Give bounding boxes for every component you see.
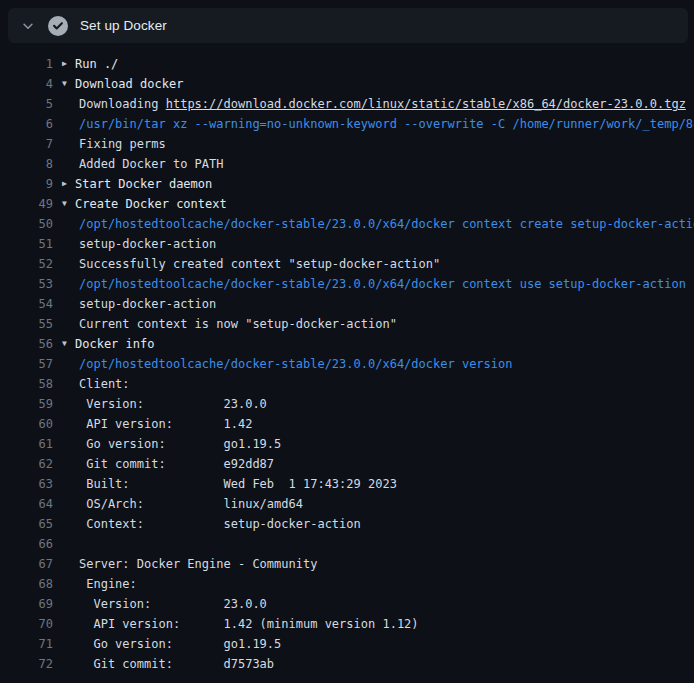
group-title: Run ./ [75, 57, 118, 71]
line-number[interactable]: 8 [0, 154, 53, 174]
log-group-toggle[interactable]: ▶Run ./ [53, 54, 694, 74]
log-line: 8Added Docker to PATH [0, 154, 694, 174]
step-title: Set up Docker [80, 18, 167, 33]
download-url-link[interactable]: https://download.docker.com/linux/static… [166, 97, 686, 111]
log-command-text: /usr/bin/tar xz --warning=no-unknown-key… [53, 114, 694, 134]
log-text: API version: 1.42 (minimum version 1.12) [53, 614, 694, 634]
log-group-toggle[interactable]: ▼Docker info [53, 334, 694, 354]
log-text-prefix: Downloading [79, 97, 166, 111]
line-number[interactable]: 71 [0, 634, 53, 654]
line-number[interactable]: 53 [0, 274, 53, 294]
line-number[interactable]: 7 [0, 134, 53, 154]
line-number[interactable]: 64 [0, 494, 53, 514]
log-command-text: /opt/hostedtoolcache/docker-stable/23.0.… [53, 214, 694, 234]
log-text-content: /usr/bin/tar xz --warning=no-unknown-key… [79, 117, 694, 131]
line-number[interactable]: 61 [0, 434, 53, 454]
log-group-toggle[interactable]: ▼Create Docker context [53, 194, 694, 214]
triangle-collapsed-icon: ▶ [62, 54, 67, 74]
log-command-text: /opt/hostedtoolcache/docker-stable/23.0.… [53, 354, 694, 374]
line-number[interactable]: 58 [0, 374, 53, 394]
log-console: 1▶Run ./4▼Download docker5Downloading ht… [0, 54, 694, 674]
log-line: 64 OS/Arch: linux/amd64 [0, 494, 694, 514]
log-text: setup-docker-action [53, 234, 694, 254]
triangle-expanded-icon: ▼ [62, 194, 67, 214]
log-line: 72 Git commit: d7573ab [0, 654, 694, 674]
triangle-expanded-icon: ▼ [62, 334, 67, 354]
line-number[interactable]: 50 [0, 214, 53, 234]
line-number[interactable]: 51 [0, 234, 53, 254]
log-text-content: API version: 1.42 [79, 417, 252, 431]
log-text: OS/Arch: linux/amd64 [53, 494, 694, 514]
log-line: 67Server: Docker Engine - Community [0, 554, 694, 574]
log-line: 68 Engine: [0, 574, 694, 594]
line-number[interactable]: 55 [0, 314, 53, 334]
log-line: 53/opt/hostedtoolcache/docker-stable/23.… [0, 274, 694, 294]
step-header[interactable]: Set up Docker [8, 8, 688, 43]
log-line: 7Fixing perms [0, 134, 694, 154]
log-text-content: Git commit: e92dd87 [79, 457, 274, 471]
line-number[interactable]: 66 [0, 534, 53, 554]
log-text-content: Built: Wed Feb 1 17:43:29 2023 [79, 477, 397, 491]
line-number[interactable]: 62 [0, 454, 53, 474]
log-text: Current context is now "setup-docker-act… [53, 314, 694, 334]
log-line: 66 [0, 534, 694, 554]
log-text: Successfully created context "setup-dock… [53, 254, 694, 274]
triangle-expanded-icon: ▼ [62, 74, 67, 94]
line-number[interactable]: 1 [0, 54, 53, 74]
line-number[interactable]: 49 [0, 194, 53, 214]
log-line: 9▶Start Docker daemon [0, 174, 694, 194]
log-text: Built: Wed Feb 1 17:43:29 2023 [53, 474, 694, 494]
log-line: 69 Version: 23.0.0 [0, 594, 694, 614]
log-line: 52Successfully created context "setup-do… [0, 254, 694, 274]
log-text-content: /opt/hostedtoolcache/docker-stable/23.0.… [79, 277, 686, 291]
log-text-content: setup-docker-action [79, 237, 216, 251]
log-text: Client: [53, 374, 694, 394]
chevron-down-icon[interactable] [20, 18, 36, 34]
line-number[interactable]: 6 [0, 114, 53, 134]
log-line: 6/usr/bin/tar xz --warning=no-unknown-ke… [0, 114, 694, 134]
group-title: Download docker [75, 77, 183, 91]
log-line: 55Current context is now "setup-docker-a… [0, 314, 694, 334]
log-line: 54setup-docker-action [0, 294, 694, 314]
line-number[interactable]: 9 [0, 174, 53, 194]
log-text-content: Successfully created context "setup-dock… [79, 257, 440, 271]
line-number[interactable]: 56 [0, 334, 53, 354]
line-number[interactable]: 65 [0, 514, 53, 534]
log-text: Downloading https://download.docker.com/… [53, 94, 694, 114]
line-number[interactable]: 63 [0, 474, 53, 494]
log-text: Version: 23.0.0 [53, 594, 694, 614]
log-line: 56▼Docker info [0, 334, 694, 354]
line-number[interactable]: 69 [0, 594, 53, 614]
line-number[interactable]: 72 [0, 654, 53, 674]
line-number[interactable]: 67 [0, 554, 53, 574]
line-number[interactable]: 5 [0, 94, 53, 114]
log-line: 63 Built: Wed Feb 1 17:43:29 2023 [0, 474, 694, 494]
log-text [53, 534, 694, 554]
line-number[interactable]: 59 [0, 394, 53, 414]
log-text: setup-docker-action [53, 294, 694, 314]
log-line: 5Downloading https://download.docker.com… [0, 94, 694, 114]
log-text: Context: setup-docker-action [53, 514, 694, 534]
line-number[interactable]: 54 [0, 294, 53, 314]
group-title: Create Docker context [75, 197, 227, 211]
line-number[interactable]: 4 [0, 74, 53, 94]
log-group-toggle[interactable]: ▶Start Docker daemon [53, 174, 694, 194]
log-line: 62 Git commit: e92dd87 [0, 454, 694, 474]
log-group-toggle[interactable]: ▼Download docker [53, 74, 694, 94]
log-line: 49▼Create Docker context [0, 194, 694, 214]
log-line: 65 Context: setup-docker-action [0, 514, 694, 534]
line-number[interactable]: 60 [0, 414, 53, 434]
log-text-content: Current context is now "setup-docker-act… [79, 317, 397, 331]
log-line: 60 API version: 1.42 [0, 414, 694, 434]
group-title: Start Docker daemon [75, 177, 212, 191]
line-number[interactable]: 57 [0, 354, 53, 374]
log-text-content: OS/Arch: linux/amd64 [79, 497, 303, 511]
line-number[interactable]: 52 [0, 254, 53, 274]
log-text-content: /opt/hostedtoolcache/docker-stable/23.0.… [79, 357, 512, 371]
line-number[interactable]: 68 [0, 574, 53, 594]
line-number[interactable]: 70 [0, 614, 53, 634]
log-text-content: Git commit: d7573ab [79, 657, 274, 671]
log-command-text: /opt/hostedtoolcache/docker-stable/23.0.… [53, 274, 694, 294]
log-line: 50/opt/hostedtoolcache/docker-stable/23.… [0, 214, 694, 234]
log-text-content: setup-docker-action [79, 297, 216, 311]
